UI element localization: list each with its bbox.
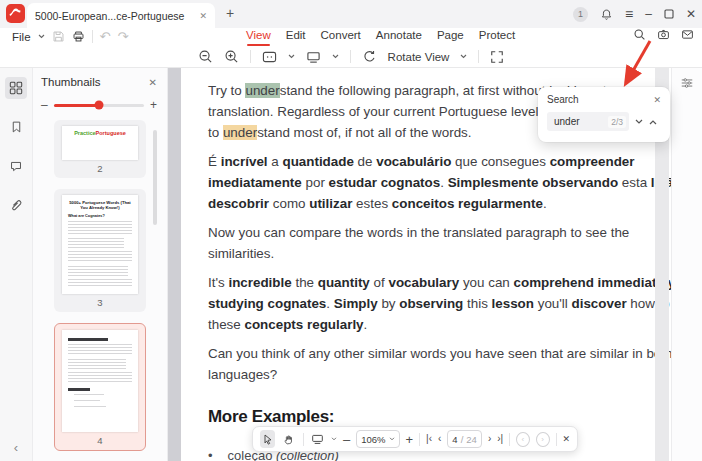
notifications-bell-icon[interactable] [600,8,613,21]
thumbnails-close-icon[interactable]: ✕ [149,77,157,88]
thumbnails-scrollbar[interactable] [153,130,157,225]
slider-plus-icon[interactable]: + [150,99,157,111]
page-settings-icon[interactable] [680,76,694,90]
last-page-icon[interactable]: ›| [497,434,503,444]
app-window: { "window": { "tab_title": "5000-Europea… [0,0,702,461]
new-tab-button[interactable]: + [226,5,234,21]
thumb4-page-number: 4 [97,435,102,446]
close-toolbar-icon[interactable]: ✕ [562,435,570,444]
thumbnails-panel: Thumbnails ✕ – + PracticePortuguese 2 50… [33,68,168,461]
thumbnail-list: PracticePortuguese 2 5000+ Portuguese Wo… [33,120,167,451]
page-gutter [168,68,181,461]
read-mode-chevron-icon[interactable] [332,54,339,59]
menubar: File ↶ ↷ View Edit Convert Annotate Page… [0,28,702,46]
main-menus: View Edit Convert Annotate Page Protect [246,29,515,45]
rotate-view-label[interactable]: Rotate View [388,51,450,63]
file-chevron-down-icon[interactable] [38,34,45,39]
slider-track[interactable] [54,104,144,107]
redo-icon[interactable]: ↷ [117,29,128,44]
thumb3-title: 5000+ Portuguese Words (That You Already… [67,200,133,211]
thumbnail-page-2[interactable]: PracticePortuguese 2 [54,120,146,178]
search-field[interactable]: 2/3 [547,112,629,131]
search-popup-title: Search [547,94,653,105]
view-back-icon[interactable]: ‹ [516,432,530,447]
slider-minus-icon[interactable]: – [41,99,48,111]
snapshot-camera-icon[interactable] [657,28,670,41]
search-input[interactable] [554,116,600,127]
document-tab[interactable]: 5000-European...ce-Portuguese ✕ [27,3,215,28]
page-number-field[interactable]: 4 / 24 [447,430,482,448]
hand-tool-icon[interactable] [281,430,296,448]
zoom-increase-icon[interactable]: + [406,433,414,446]
zoom-level-select[interactable]: 106% [356,430,399,448]
paragraph: It's incredible the quantity of vocabula… [208,272,702,335]
tab-title: 5000-European...ce-Portuguese [35,10,193,22]
menu-page[interactable]: Page [437,29,464,45]
menu-annotate[interactable]: Annotate [376,29,422,45]
current-page: 4 [452,434,457,445]
doc-heading: More Examples: [208,406,702,428]
right-tool-strip [671,68,702,461]
view-forward-icon[interactable]: › [536,432,550,447]
thumbnail-page-4[interactable]: 4 [54,323,146,451]
collapse-panel-icon[interactable]: ‹ [0,440,32,455]
file-menu[interactable]: File [12,31,31,43]
fit-page-icon[interactable] [262,50,277,64]
read-mode-bottom-icon[interactable] [310,430,325,448]
previous-page-icon[interactable]: ‹ [438,434,441,444]
menu-edit[interactable]: Edit [286,29,306,45]
menu-protect[interactable]: Protect [479,29,515,45]
view-toolbar: Rotate View [0,46,702,68]
zoom-out-icon[interactable] [198,49,213,64]
bookmarks-panel-icon[interactable] [5,116,27,138]
first-page-icon[interactable]: |‹ [426,434,432,444]
maximize-button[interactable] [664,9,674,19]
comments-panel-icon[interactable] [5,155,27,177]
attachments-panel-icon[interactable] [5,194,27,216]
undo-icon[interactable]: ↶ [100,29,111,44]
thumbnails-panel-title: Thumbnails [41,76,149,88]
bullet-dot: • [208,445,213,461]
window-controls: 1 ≡ – ✕ [573,0,696,28]
search-next-icon[interactable] [635,119,643,125]
mail-icon[interactable] [681,28,694,41]
menu-view[interactable]: View [246,29,271,45]
paragraph: Can you think of any other similar words… [208,343,702,385]
rotate-view-icon[interactable] [362,49,377,64]
zoom-decrease-icon[interactable]: – [343,433,350,446]
select-tool-icon[interactable] [260,430,275,448]
slider-knob[interactable] [94,101,103,110]
menu-convert[interactable]: Convert [321,29,361,45]
tab-close-icon[interactable]: ✕ [199,11,207,21]
thumb3-subtitle: What are Cognates? [68,214,132,218]
next-page-icon[interactable]: › [488,434,491,444]
search-icon[interactable] [633,28,646,41]
thumbnail-size-slider[interactable]: – + [41,99,157,111]
thumbnails-panel-icon[interactable] [5,77,27,99]
search-prev-icon[interactable] [649,119,657,125]
paragraph: É incrível a quantidade de vocabulário q… [208,151,702,214]
floating-page-toolbar: – 106% + |‹ ‹ 4 / 24 › ›| ‹ › ✕ [252,426,578,452]
search-close-icon[interactable]: ✕ [653,95,661,105]
search-popup: Search ✕ 2/3 [538,87,670,142]
thumb2-page-number: 2 [97,163,102,174]
zoom-in-icon[interactable] [224,49,239,64]
fit-page-chevron-icon[interactable] [288,54,295,59]
titlebar: 5000-European...ce-Portuguese ✕ + 1 ≡ – … [0,0,702,28]
save-icon[interactable] [52,30,65,43]
paragraph: Now you can compare the words in the tra… [208,222,702,264]
minimize-button[interactable]: – [645,8,652,20]
account-badge[interactable]: 1 [573,7,588,22]
close-window-button[interactable]: ✕ [686,8,696,20]
thumbnail-page-3[interactable]: 5000+ Portuguese Words (That You Already… [54,189,146,312]
rotate-view-chevron-icon[interactable] [460,54,467,59]
thumb2-logo: PracticePortuguese [62,130,138,136]
read-mode-icon[interactable] [306,50,321,64]
fullscreen-icon[interactable] [490,50,504,64]
app-logo-icon [6,4,25,23]
read-mode-bottom-chevron-icon[interactable] [331,437,337,441]
print-icon[interactable] [72,30,85,43]
main-menu-icon[interactable]: ≡ [625,7,633,21]
zoom-level-value: 106% [361,434,385,445]
thumb3-page-number: 3 [97,297,102,308]
